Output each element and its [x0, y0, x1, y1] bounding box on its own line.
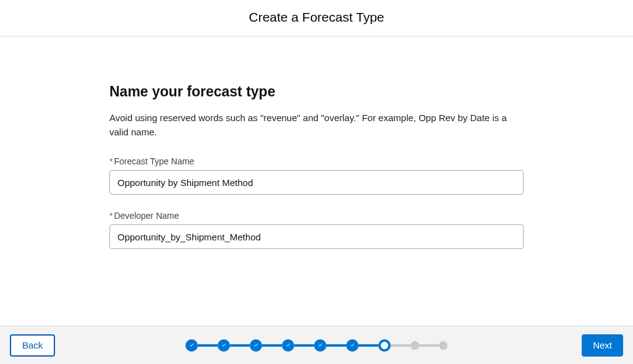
check-icon	[221, 342, 227, 349]
progress-connector	[262, 344, 282, 347]
progress-step-3[interactable]	[250, 339, 262, 352]
progress-step-5[interactable]	[314, 339, 326, 352]
progress-step-9	[439, 341, 448, 350]
back-button[interactable]: Back	[10, 334, 55, 357]
progress-connector	[326, 344, 346, 347]
main-content: Name your forecast type Avoid using rese…	[0, 36, 633, 326]
field-forecast-type-name: *Forecast Type Name	[109, 156, 524, 195]
section-description: Avoid using reserved words such as "reve…	[109, 111, 524, 139]
progress-connector	[198, 344, 218, 347]
check-icon	[349, 342, 356, 349]
required-indicator: *	[109, 211, 113, 221]
progress-connector	[391, 344, 410, 347]
next-button[interactable]: Next	[582, 334, 623, 357]
progress-indicator	[185, 339, 448, 352]
progress-connector	[294, 344, 314, 347]
page-title: Create a Forecast Type	[0, 10, 633, 25]
field-developer-name: *Developer Name	[109, 211, 524, 249]
progress-step-7-current[interactable]	[378, 339, 391, 352]
progress-step-8	[410, 341, 419, 350]
progress-step-4[interactable]	[282, 339, 294, 352]
section-title: Name your forecast type	[109, 83, 524, 100]
progress-connector	[359, 344, 378, 347]
check-icon	[285, 342, 292, 349]
progress-step-1[interactable]	[185, 339, 198, 352]
form-area: Name your forecast type Avoid using rese…	[109, 83, 524, 326]
progress-step-2[interactable]	[218, 339, 230, 352]
check-icon	[253, 342, 260, 349]
forecast-type-name-label: *Forecast Type Name	[109, 156, 524, 166]
progress-step-6[interactable]	[346, 339, 359, 352]
check-icon	[189, 342, 195, 349]
required-indicator: *	[109, 156, 113, 166]
progress-connector	[230, 344, 250, 347]
developer-name-input[interactable]	[109, 224, 524, 249]
progress-connector	[419, 344, 439, 347]
developer-name-label: *Developer Name	[109, 211, 524, 221]
wizard-footer: Back Next	[0, 326, 633, 364]
page-header: Create a Forecast Type	[0, 0, 633, 36]
check-icon	[317, 342, 324, 349]
forecast-type-name-input[interactable]	[109, 170, 524, 195]
